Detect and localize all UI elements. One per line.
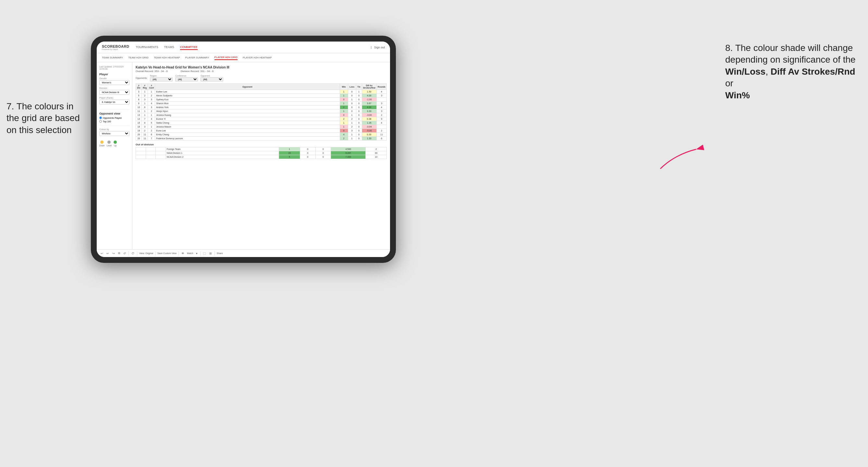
redo-btn[interactable]: ↪ (112, 252, 116, 255)
cell-name: Eunice Yi (155, 117, 340, 121)
ood-cell-reg (146, 151, 156, 155)
cell-conf: 2 (148, 110, 155, 113)
cell-diff: 4.00 (362, 94, 376, 98)
colour-by-select[interactable]: Win/loss Diff Av Strokes/Rnd Win% (99, 131, 129, 136)
ood-cell-win: 15 (279, 151, 300, 155)
copy-btn[interactable]: ⧉ (118, 251, 121, 255)
table-row: 13 1 1 Jessica Huang 0 1 0 -3.00 2 (136, 113, 387, 117)
logo-sub: Powered by clippd (102, 49, 129, 50)
cell-conf: 5 (148, 121, 155, 125)
subnav-player-summary[interactable]: PLAYER SUMMARY (185, 56, 209, 60)
grid-btn[interactable]: ⊞ (209, 252, 213, 255)
opponents-label: Opponents: (136, 77, 147, 79)
ood-cell-div (136, 147, 146, 151)
region-filter-select[interactable]: (All) (150, 77, 173, 82)
undo-btn[interactable]: ↩ (100, 252, 104, 255)
cell-tie: 1 (356, 90, 362, 94)
cell-tie: 0 (356, 94, 362, 98)
cell-loss: 0 (348, 94, 356, 98)
nav-teams[interactable]: TEAMS (164, 45, 174, 50)
share-btn[interactable]: Share (217, 252, 223, 254)
cell-div: 10 (136, 105, 142, 110)
cell-reg: 2 (142, 129, 148, 133)
cell-diff: 1.33 (362, 136, 376, 141)
filter-opponent-group: Opponent (All) (200, 75, 223, 82)
cell-tie: 0 (356, 101, 362, 105)
cell-win: 1 (340, 125, 348, 129)
cell-tie: 0 (356, 117, 362, 121)
cell-tie: 0 (356, 121, 362, 125)
cell-loss: 1 (348, 113, 356, 117)
grid-subtitle: Overall Record: 353 - 34 - 6 Division Re… (136, 70, 387, 73)
cell-div: 18 (136, 129, 142, 133)
cell-conf: 2 (148, 94, 155, 98)
ood-cell-div (136, 151, 146, 155)
subnav-player-h2h-heatmap[interactable]: PLAYER H2H HEATMAP (243, 56, 272, 60)
logo-text[interactable]: SCOREBOARD (102, 44, 129, 49)
legend-down-label: Down (99, 145, 105, 147)
table-row: 20 11 6 Emily Chang 4 1 0 0.30 11 (136, 133, 387, 136)
arrow-down[interactable]: ▾ (195, 252, 198, 255)
cell-win: 1 (340, 121, 348, 125)
filter-region-group: Region (All) (150, 75, 173, 82)
radio-top100[interactable]: Top 100 (99, 120, 129, 123)
gender-select[interactable]: Women's (99, 80, 129, 85)
toolbar-divider1 (128, 251, 129, 256)
nav-tournaments[interactable]: TOURNAMENTS (136, 45, 158, 50)
cell-name: Jessica Mason (155, 125, 340, 129)
save-custom-btn[interactable]: Save Custom View (157, 252, 177, 254)
toolbar-divider3 (155, 251, 155, 256)
content-area: Katelyn Vo Head-to-Head Grid for Women's… (132, 62, 390, 249)
view-original-btn[interactable]: View: Original (139, 252, 153, 254)
cell-tie: 0 (356, 129, 362, 133)
watch-btn[interactable]: Watch (187, 252, 193, 254)
clock-btn[interactable]: ⏱ (131, 252, 135, 255)
opponent-filter-select[interactable]: (All) (200, 77, 223, 82)
subnav-player-h2h-grid[interactable]: PLAYER H2H GRID (215, 55, 238, 60)
subnav-team-h2h-grid[interactable]: TEAM H2H GRID (128, 56, 149, 60)
division-select[interactable]: NCAA Division III (99, 90, 129, 95)
cell-rounds (376, 125, 386, 129)
overall-record: Overall Record: 353 - 34 - 6 (136, 70, 168, 73)
toolbar: ↩ ↩ ↪ ⧉ ↺ ⏱ View: Original Save Custom V… (97, 249, 390, 257)
th-conf: #Conf (148, 84, 155, 90)
grid-title: Katelyn Vo Head-to-Head Grid for Women's… (136, 66, 387, 69)
ood-cell-diff: 4.500 (331, 147, 366, 151)
table-row: 14 7 4 Eunice Yi 2 2 0 0.38 9 (136, 117, 387, 121)
ood-cell-conf (156, 151, 166, 155)
subnav-team-h2h-heatmap[interactable]: TEAM H2H HEATMAP (154, 56, 180, 60)
legend-up-label: Up (114, 145, 117, 147)
th-div: #Div (136, 84, 142, 90)
eye-btn[interactable]: 👁 (181, 252, 185, 255)
cell-tie: 0 (356, 98, 362, 101)
cell-div: 16 (136, 125, 142, 129)
main-content: Last Updated: 27/03/2024 16:55:38 Player… (97, 62, 390, 249)
screen-btn[interactable]: ⬚ (203, 252, 207, 255)
subnav-team-summary[interactable]: TEAM SUMMARY (102, 56, 123, 60)
player-rank-select[interactable]: 8. Katelyn Vo (99, 100, 129, 104)
ood-cell-reg (146, 155, 156, 159)
ood-cell-loss: 0 (300, 147, 315, 151)
cell-diff: -3.00 (362, 113, 376, 117)
division-label: Division (99, 87, 129, 89)
nav-bar: SCOREBOARD Powered by clippd TOURNAMENTS… (97, 41, 390, 53)
ood-cell-diff: 9.267 (331, 151, 366, 155)
cell-conf: 7 (148, 136, 155, 141)
tablet-frame: SCOREBOARD Powered by clippd TOURNAMENTS… (91, 36, 396, 263)
opponent-view-title: Opponent view (99, 112, 129, 115)
cell-name: Andrea York (155, 105, 340, 110)
nav-committee[interactable]: COMMITTEE (180, 45, 197, 50)
table-row: 9 1 4 Sharon Mun 1 0 0 3.67 3 (136, 101, 387, 105)
undo2-btn[interactable]: ↩ (106, 252, 110, 255)
filter-conference-group: Conference (All) (175, 75, 198, 82)
radio-opponents-played[interactable]: Opponents Played (99, 117, 129, 119)
cell-win: 1 (340, 94, 348, 98)
cell-rounds: 11 (376, 133, 386, 136)
cell-loss: 1 (348, 98, 356, 101)
cell-rounds (376, 98, 386, 101)
conference-filter-select[interactable]: (All) (175, 77, 198, 82)
refresh-btn[interactable]: ↺ (123, 252, 127, 255)
cell-reg: 2 (142, 94, 148, 98)
cell-loss: 0 (348, 110, 356, 113)
sign-out-link[interactable]: Sign out (374, 46, 385, 49)
